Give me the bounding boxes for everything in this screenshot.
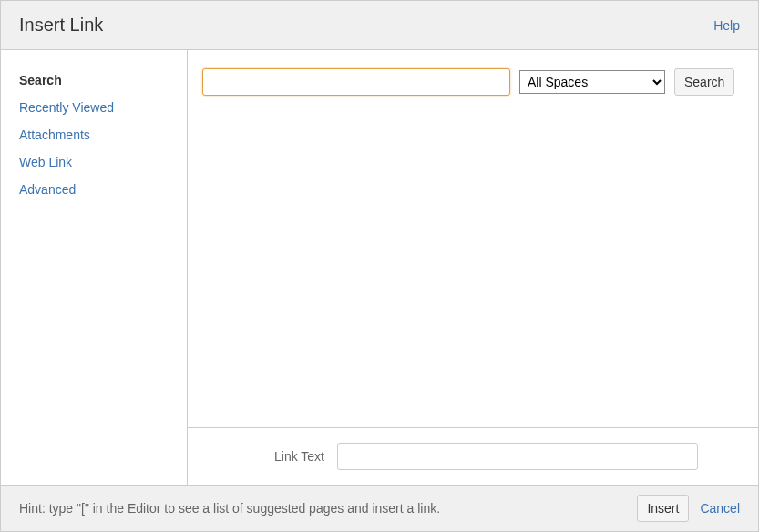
dialog-body: Search Recently Viewed Attachments Web L…: [1, 50, 758, 485]
dialog-header: Insert Link Help: [1, 1, 758, 50]
space-select[interactable]: All Spaces: [519, 70, 665, 94]
dialog-footer: Hint: type "[" in the Editor to see a li…: [1, 485, 758, 531]
search-input[interactable]: [202, 68, 510, 96]
sidebar-item-label: Advanced: [19, 182, 76, 197]
footer-actions: Insert Cancel: [637, 495, 740, 522]
sidebar-item-label: Web Link: [19, 155, 72, 169]
main-panel: All Spaces Search Link Text: [188, 50, 758, 485]
results-area: [188, 96, 758, 427]
cancel-link[interactable]: Cancel: [700, 501, 740, 516]
link-text-input[interactable]: [337, 443, 698, 470]
link-text-label: Link Text: [206, 449, 324, 464]
dialog-title: Insert Link: [19, 15, 103, 36]
insert-button[interactable]: Insert: [637, 495, 689, 522]
hint-text: Hint: type "[" in the Editor to see a li…: [19, 501, 440, 516]
search-row: All Spaces Search: [188, 50, 758, 96]
sidebar-item-advanced[interactable]: Advanced: [1, 176, 187, 203]
sidebar-item-label: Recently Viewed: [19, 100, 114, 115]
sidebar-item-web-link[interactable]: Web Link: [1, 148, 187, 176]
sidebar-item-attachments[interactable]: Attachments: [1, 121, 187, 148]
help-link[interactable]: Help: [713, 18, 740, 33]
sidebar-item-label: Search: [19, 73, 62, 87]
sidebar: Search Recently Viewed Attachments Web L…: [1, 50, 188, 485]
link-text-row: Link Text: [188, 427, 758, 485]
insert-link-dialog: Insert Link Help Search Recently Viewed …: [0, 0, 759, 532]
sidebar-item-search[interactable]: Search: [1, 66, 187, 94]
sidebar-item-label: Attachments: [19, 128, 90, 142]
search-button[interactable]: Search: [674, 68, 734, 96]
sidebar-item-recently-viewed[interactable]: Recently Viewed: [1, 94, 187, 121]
